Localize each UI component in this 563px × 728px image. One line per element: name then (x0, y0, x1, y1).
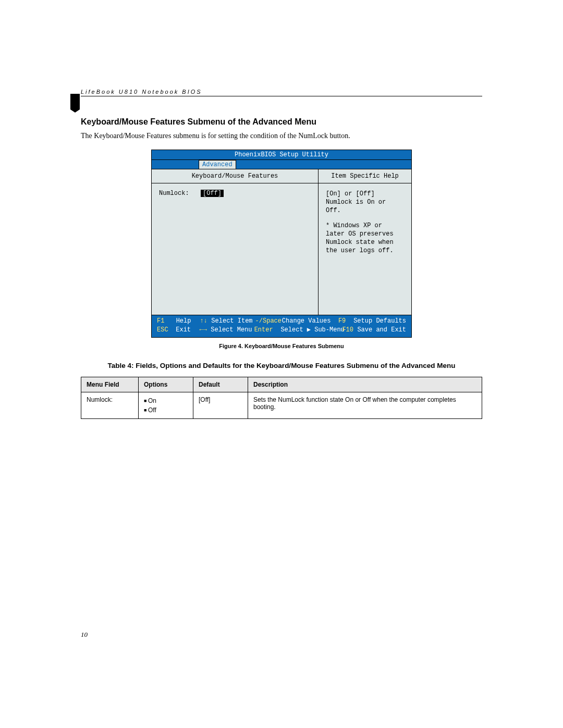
th-default: Default (193, 377, 248, 392)
bios-key-esc: ESC (157, 326, 176, 335)
bios-help-heading: Item Specific Help (319, 169, 411, 183)
bios-tab-bar: Advanced (152, 160, 411, 169)
th-menu-field: Menu Field (81, 377, 139, 392)
bios-help-text: [On] or [Off]Numlock is On or Off. * Win… (319, 183, 411, 315)
bios-screenshot: PhoenixBIOS Setup Utility Advanced Keybo… (151, 150, 412, 338)
figure-caption: Figure 4. Keyboard/Mouse Features Submen… (81, 343, 482, 349)
cell-default: [Off] (193, 392, 248, 418)
bios-left-heading: Keyboard/Mouse Features (152, 169, 318, 183)
cell-menu-field: Numlock: (81, 392, 139, 418)
page-number: 10 (81, 631, 88, 639)
cell-description: Sets the NumLock function state On or Of… (248, 392, 482, 418)
arrow-updown-icon: ↑↓ (200, 317, 211, 326)
section-intro: The Keyboard/Mouse Features submenu is f… (81, 132, 482, 140)
option-on: On (144, 396, 188, 405)
section-title: Keyboard/Mouse Features Submenu of the A… (81, 117, 482, 127)
option-off: Off (144, 405, 188, 415)
bios-key-f9: F9 (338, 317, 353, 326)
bios-setting-row[interactable]: Numlock: [Off] (159, 190, 311, 197)
bios-footer: F1 Help ↑↓ Select Item -/Space Change Va… (152, 315, 411, 337)
bios-key-f1: F1 (157, 317, 176, 326)
th-options: Options (139, 377, 193, 392)
bios-title: PhoenixBIOS Setup Utility (152, 150, 411, 160)
bios-key-f10: F10 (342, 326, 357, 335)
bios-setting-label: Numlock: (159, 190, 201, 197)
fields-table: Menu Field Options Default Description N… (81, 377, 482, 419)
running-head: LifeBook U810 Notebook BIOS (81, 89, 482, 96)
section-marker-icon (70, 94, 80, 113)
arrow-leftright-icon: ←→ (200, 326, 211, 335)
th-description: Description (248, 377, 482, 392)
table-caption: Table 4: Fields, Options and Defaults fo… (81, 362, 482, 369)
cell-options: On Off (139, 392, 193, 418)
table-row: Numlock: On Off [Off] Sets the NumLock f… (81, 392, 482, 418)
table-header-row: Menu Field Options Default Description (81, 377, 482, 392)
bios-tab-advanced[interactable]: Advanced (199, 160, 236, 169)
bios-setting-value[interactable]: [Off] (201, 190, 224, 197)
